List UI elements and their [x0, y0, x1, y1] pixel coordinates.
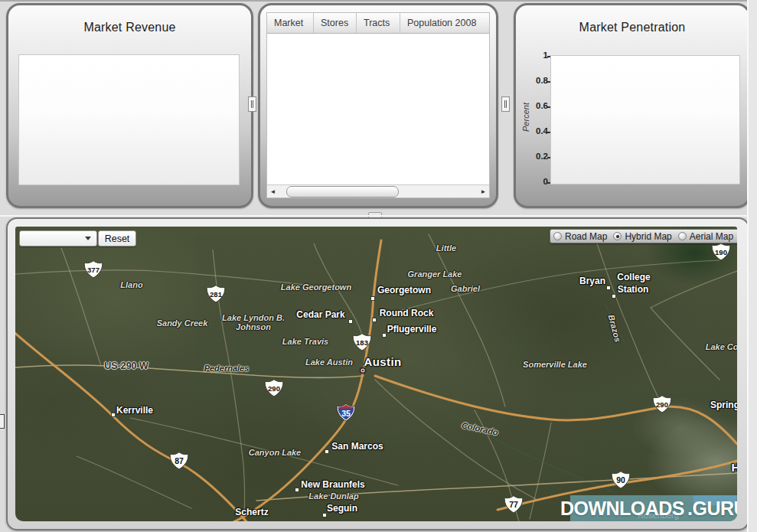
watermark-text-left: DOWNLOADS [560, 498, 684, 520]
map-road-label-us-290-w: US-290 W [104, 361, 148, 371]
map-type-radio-hybrid-map[interactable]: Hybrid Map [610, 231, 674, 242]
us-route-shield-90: 90 [611, 471, 631, 490]
svg-text:290: 290 [268, 384, 280, 393]
market-penetration-panel: Market Penetration Percent 10.80.60.40.2… [514, 3, 751, 208]
us-route-shield-290: 290 [264, 379, 285, 398]
map-geo-label-somerville-lake: Somerville Lake [523, 360, 587, 369]
horizontal-scrollbar[interactable]: ◄ ► [267, 184, 489, 197]
map-geo-label-lake-dunlap: Lake Dunlap [308, 491, 358, 501]
market-revenue-title: Market Revenue [8, 5, 251, 34]
us-route-shield-183: 183 [352, 333, 373, 352]
map-city-label-san-marcos: San Marcos [331, 441, 383, 452]
svg-text:87: 87 [175, 456, 184, 465]
map-type-radio-aerial-map[interactable]: Aerial Map [675, 231, 736, 242]
map-geo-label-little: Little [436, 243, 456, 253]
map-geo-label-lake-austin: Lake Austin [305, 357, 353, 367]
us-route-shield-77: 77 [504, 495, 524, 514]
svg-text:190: 190 [715, 248, 727, 256]
map-city-label-new-braunfels: New Braunfels [301, 479, 364, 490]
right-edge-strip [747, 0, 757, 532]
reset-button[interactable]: Reset [98, 230, 136, 246]
map-capital-marker [360, 367, 367, 374]
map-geo-label-johnson: Johnson [236, 322, 271, 331]
y-tick-label: 0.2 [517, 152, 548, 161]
map-city-marker [325, 449, 329, 454]
svg-text:281: 281 [210, 290, 223, 299]
scrollbar-thumb[interactable] [286, 186, 399, 197]
svg-text:90: 90 [616, 475, 625, 485]
map-city-label-college: College [617, 272, 650, 282]
map-panel: 37728118329087772909019035 GeorgetownCed… [6, 217, 749, 530]
svg-text:35: 35 [341, 409, 351, 418]
svg-text:377: 377 [87, 266, 100, 274]
y-tick-label: 1 [517, 51, 548, 60]
us-route-shield-87: 87 [169, 452, 190, 471]
map-viewport[interactable]: 37728118329087772909019035 GeorgetownCed… [15, 227, 737, 521]
window-top-border [0, 0, 757, 2]
watermark-text-right: .GURU [687, 498, 737, 520]
svg-text:77: 77 [509, 500, 518, 509]
interstate-shield-35: 35 [336, 403, 357, 423]
map-geo-label-canyon-lake: Canyon Lake [249, 448, 301, 457]
map-city-label-austin: Austin [364, 355, 401, 368]
grid-body[interactable] [267, 34, 489, 184]
map-city-label-round-rock: Round Rock [380, 308, 434, 318]
map-geo-label-sandy-creek: Sandy Creek [157, 318, 208, 328]
column-header-population-2008[interactable]: Population 2008 [400, 13, 490, 33]
map-left-edge-grip[interactable] [0, 414, 5, 429]
us-route-shield-290: 290 [652, 395, 673, 414]
map-geo-label-gabriel: Gabriel [451, 284, 480, 293]
downloads-guru-watermark: DOWNLOADS .GURU [570, 495, 737, 521]
us-route-shield-281: 281 [206, 285, 227, 304]
map-city-label-pflugerville: Pflugerville [387, 324, 437, 335]
app-window: Market Revenue MarketStoresTractsPopulat… [0, 0, 757, 532]
map-geo-label-granger-lake: Granger Lake [408, 269, 462, 279]
map-geo-label-lake-conroe: Lake Conroe [706, 342, 737, 351]
map-city-marker [348, 319, 353, 324]
map-city-label-spring: Spring [710, 400, 737, 410]
panel-splitter-1[interactable] [248, 96, 256, 112]
scroll-left-arrow-icon[interactable]: ◄ [267, 185, 279, 197]
scrollbar-track[interactable] [279, 185, 478, 197]
radio-button-icon[interactable] [553, 232, 562, 240]
map-geo-label-pedernales: Pedernales [204, 364, 250, 373]
map-city-marker [295, 488, 299, 492]
panel-splitter-2[interactable] [501, 96, 510, 112]
column-header-tracts[interactable]: Tracts [357, 13, 400, 33]
map-geo-label-lake-lyndon-b: Lake Lyndon B. [222, 313, 285, 322]
map-geo-label-lake-georgetown: Lake Georgetown [281, 282, 351, 292]
map-city-marker [372, 318, 377, 322]
map-city-label-seguin: Seguin [327, 503, 357, 514]
map-city-label-cedar-park: Cedar Park [296, 309, 344, 320]
y-tick-label: 0.4 [517, 126, 548, 135]
map-city-marker [111, 413, 116, 417]
grid-header-row: MarketStoresTractsPopulation 2008Po [267, 13, 490, 34]
radio-button-icon[interactable] [613, 232, 622, 240]
market-revenue-chart-area [18, 54, 240, 185]
map-type-radio-road-map[interactable]: Road Map [550, 231, 610, 242]
scroll-right-arrow-icon[interactable]: ► [478, 185, 489, 197]
map-city-marker [382, 333, 387, 338]
column-header-stores[interactable]: Stores [314, 13, 357, 33]
map-city-label-station: Station [618, 284, 649, 295]
map-city-label-georgetown: Georgetown [377, 285, 431, 295]
us-route-shield-190: 190 [711, 243, 732, 262]
svg-text:290: 290 [656, 400, 668, 409]
svg-text:183: 183 [356, 338, 368, 347]
market-select-dropdown[interactable] [19, 230, 97, 246]
column-header-market[interactable]: Market [267, 13, 314, 33]
map-city-label-schertz: Schertz [235, 507, 268, 517]
y-tick-label: 0.6 [517, 101, 548, 110]
radio-label: Aerial Map [690, 231, 733, 242]
us-route-shield-377: 377 [83, 260, 104, 279]
y-tick-label: 0.8 [517, 76, 548, 85]
market-data-grid: MarketStoresTractsPopulation 2008Po ◄ ► [266, 12, 490, 198]
map-geo-label-lake-travis: Lake Travis [282, 337, 328, 346]
map-type-radio-bar: Road MapHybrid MapAerial Map [550, 229, 737, 243]
map-city-marker [612, 294, 616, 299]
market-penetration-chart-area [550, 55, 740, 184]
map-city-label-kerrville: Kerrville [116, 405, 153, 416]
radio-label: Hybrid Map [625, 231, 671, 242]
radio-button-icon[interactable] [678, 232, 687, 240]
map-city-marker [606, 286, 611, 290]
